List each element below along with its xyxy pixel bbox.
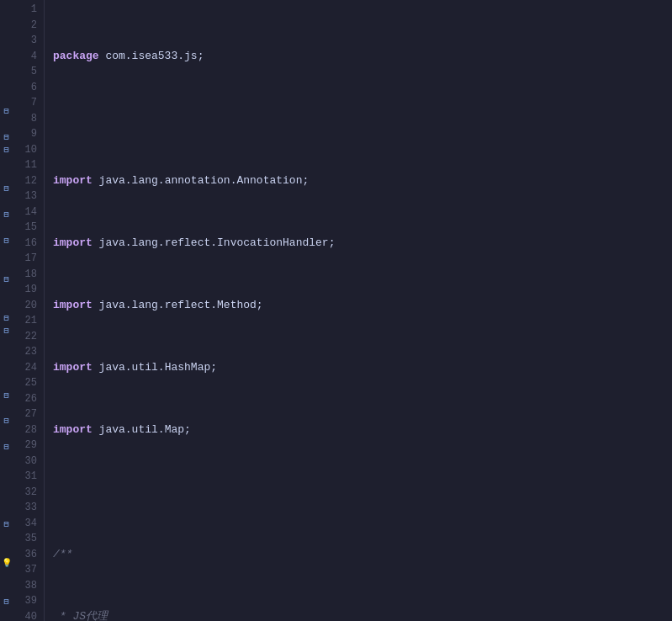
line-num-11: 11 xyxy=(19,157,37,173)
line-num-37: 37 xyxy=(19,562,37,578)
gutter-23 xyxy=(0,285,13,298)
gutter-20 xyxy=(0,247,13,259)
line-num-9: 9 xyxy=(19,126,37,142)
line-num-12: 12 xyxy=(19,173,37,189)
gutter-37 xyxy=(0,466,13,479)
line-num-25: 25 xyxy=(19,375,37,391)
line-num-13: 13 xyxy=(19,188,37,204)
line-num-5: 5 xyxy=(19,64,37,80)
gutter-22[interactable]: ⊟ xyxy=(0,273,13,285)
line-num-16: 16 xyxy=(19,236,37,252)
line-num-20: 20 xyxy=(19,298,37,314)
line-num-8: 8 xyxy=(19,111,37,127)
line-num-6: 6 xyxy=(19,80,37,96)
line-num-32: 32 xyxy=(19,485,37,501)
code-line-3: import java.lang.annotation.Annotation; xyxy=(53,173,672,189)
gutter-32 xyxy=(0,401,13,414)
code-line-2 xyxy=(53,111,672,127)
line-num-30: 30 xyxy=(19,454,37,470)
left-gutter: ⊟ ⊟ ⊟ ⊟ ⊟ ⊟ ⊟ ⊟ ⊟ ⊟ ⊟ ⊟ xyxy=(0,0,13,621)
gutter-35[interactable]: ⊟ xyxy=(0,440,13,453)
gutter-31[interactable]: ⊟ xyxy=(0,389,13,401)
line-num-40: 40 xyxy=(19,609,37,622)
gutter-7 xyxy=(0,79,13,92)
gutter-41[interactable]: ⊟ xyxy=(0,518,13,530)
gutter-13 xyxy=(0,157,13,169)
code-line-1: package com.isea533.js; xyxy=(53,49,672,65)
line-num-27: 27 xyxy=(19,406,37,422)
line-num-3: 3 xyxy=(19,33,37,49)
keyword-import-7: import xyxy=(53,422,93,438)
gutter-25[interactable]: ⊟ xyxy=(0,311,13,324)
gutter-10 xyxy=(0,118,13,130)
line-num-36: 36 xyxy=(19,547,37,563)
gutter-45 xyxy=(0,569,13,581)
keyword-import-5: import xyxy=(53,298,93,314)
gutter-4 xyxy=(0,40,13,53)
code-line-10: * JS代理 xyxy=(53,609,672,622)
code-line-8 xyxy=(53,485,672,501)
gutter-44: 💡 xyxy=(0,556,13,569)
line-num-31: 31 xyxy=(19,469,37,485)
gutter-48 xyxy=(0,608,13,620)
line-num-2: 2 xyxy=(19,18,37,34)
keyword-import-4: import xyxy=(53,236,93,252)
gutter-36 xyxy=(0,453,13,465)
line-num-22: 22 xyxy=(19,329,37,345)
comment-10: * JS代理 xyxy=(53,609,108,622)
code-line-9: /** xyxy=(53,547,672,563)
gutter-9[interactable]: ⊟ xyxy=(0,105,13,118)
gutter-8 xyxy=(0,92,13,104)
line-num-7: 7 xyxy=(19,95,37,111)
gutter-40 xyxy=(0,505,13,518)
gutter-16 xyxy=(0,195,13,208)
line-num-24: 24 xyxy=(19,360,37,376)
line-num-28: 28 xyxy=(19,422,37,438)
gutter-6 xyxy=(0,66,13,79)
gutter-39 xyxy=(0,491,13,504)
gutter-3 xyxy=(0,28,13,40)
line-num-35: 35 xyxy=(19,531,37,547)
gutter-46 xyxy=(0,582,13,595)
gutter-11[interactable]: ⊟ xyxy=(0,130,13,143)
line-num-21: 21 xyxy=(19,313,37,329)
gutter-33[interactable]: ⊟ xyxy=(0,415,13,427)
line-num-33: 33 xyxy=(19,500,37,516)
gutter-17[interactable]: ⊟ xyxy=(0,208,13,220)
keyword-import-3: import xyxy=(53,173,93,189)
keyword-import-6: import xyxy=(53,360,93,376)
gutter-12[interactable]: ⊟ xyxy=(0,144,13,157)
code-line-5: import java.lang.reflect.Method; xyxy=(53,298,672,314)
gutter-14 xyxy=(0,169,13,182)
line-numbers: 1 2 3 4 5 6 7 8 9 10 11 12 13 14 15 16 1… xyxy=(13,0,45,621)
comment-9: /** xyxy=(53,547,72,563)
line-num-14: 14 xyxy=(19,204,37,220)
gutter-2 xyxy=(0,14,13,27)
line-num-19: 19 xyxy=(19,282,37,298)
gutter-21 xyxy=(0,260,13,273)
gutter-24 xyxy=(0,299,13,311)
code-content[interactable]: package com.isea533.js; import java.lang… xyxy=(45,0,672,621)
gutter-18 xyxy=(0,221,13,234)
line-num-1: 1 xyxy=(19,2,37,18)
line-num-10: 10 xyxy=(19,142,37,158)
code-line-6: import java.util.HashMap; xyxy=(53,360,672,376)
gutter-5 xyxy=(0,53,13,66)
gutter-15[interactable]: ⊟ xyxy=(0,183,13,195)
gutter-47[interactable]: ⊟ xyxy=(0,595,13,608)
line-num-26: 26 xyxy=(19,391,37,407)
code-line-4: import java.lang.reflect.InvocationHandl… xyxy=(53,236,672,252)
gutter-43 xyxy=(0,544,13,556)
gutter-26[interactable]: ⊟ xyxy=(0,324,13,337)
line-num-29: 29 xyxy=(19,438,37,454)
gutter-34 xyxy=(0,427,13,440)
line-num-17: 17 xyxy=(19,251,37,267)
line-num-34: 34 xyxy=(19,516,37,532)
gutter-42 xyxy=(0,530,13,543)
line-num-38: 38 xyxy=(19,578,37,594)
code-editor: ⊟ ⊟ ⊟ ⊟ ⊟ ⊟ ⊟ ⊟ ⊟ ⊟ ⊟ ⊟ xyxy=(0,0,672,621)
gutter-19[interactable]: ⊟ xyxy=(0,234,13,247)
gutter-27 xyxy=(0,337,13,350)
line-num-39: 39 xyxy=(19,593,37,609)
keyword-package: package xyxy=(53,49,99,65)
